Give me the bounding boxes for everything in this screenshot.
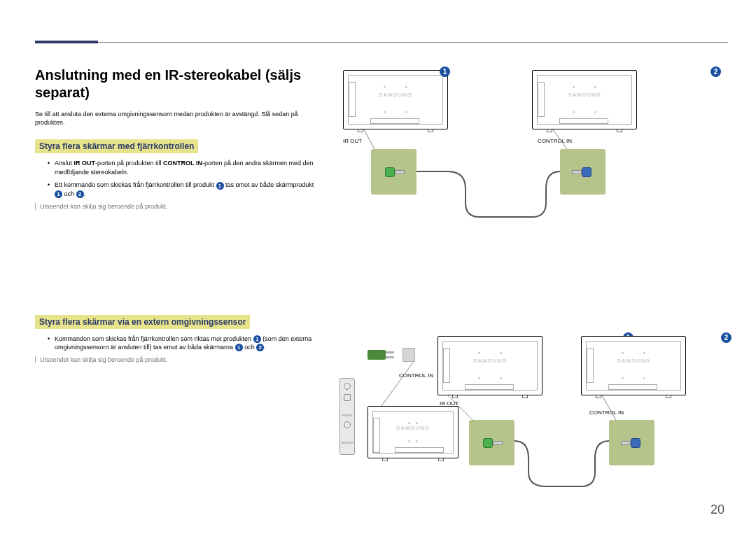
section2-title: Styra flera skärmar via en extern omgivn… bbox=[35, 315, 250, 329]
badge-2-icon: 2 bbox=[76, 190, 84, 198]
display-back-icon: SAMSUNG bbox=[581, 336, 686, 395]
badge-1-icon: 1 bbox=[253, 335, 261, 343]
page-title: Anslutning med en IR-stereokabel (säljs … bbox=[35, 66, 322, 101]
header-mark bbox=[35, 41, 98, 43]
header-rule bbox=[35, 42, 728, 43]
section2-bullet-1: Kommandon som skickas från fjärrkontroll… bbox=[48, 335, 322, 352]
display-back-icon: SAMSUNG bbox=[368, 406, 458, 458]
svg-line-2 bbox=[382, 363, 413, 406]
section2-note: Utseendet kan skilja sig beroende på pro… bbox=[35, 356, 322, 363]
label-control-in: CONTROL IN bbox=[399, 372, 433, 379]
badge-1-icon: 1 bbox=[235, 344, 243, 351]
badge-1-icon: 1 bbox=[216, 182, 224, 190]
connector-lines bbox=[336, 66, 728, 234]
intro-text: Se till att ansluta den externa omgivnin… bbox=[35, 110, 322, 127]
svg-line-0 bbox=[364, 129, 374, 149]
badge-2-icon: 2 bbox=[721, 332, 732, 343]
badge-1-icon: 1 bbox=[55, 190, 62, 198]
display-back-icon: SAMSUNG bbox=[438, 336, 542, 395]
diagram-remote: SAMSUNG 1 SAMSUNG 2 IR OUT CONTROL IN bbox=[336, 66, 728, 234]
label-ir-out: IR OUT bbox=[440, 400, 458, 407]
section1-note: Utseendet kan skilja sig beroende på pro… bbox=[35, 203, 322, 210]
section1-title: Styra flera skärmar med fjärrkontrollen bbox=[35, 139, 198, 153]
badge-2-icon: 2 bbox=[256, 344, 264, 351]
section1-bullet-1: Anslut IR OUT-porten på produkten till C… bbox=[48, 159, 322, 176]
diagram-sensor: POWER SOURCE CONTROL IN SAMSUNG SAMSUNG … bbox=[343, 329, 735, 497]
label-control-in: CONTROL IN bbox=[589, 409, 624, 416]
port-ir-out bbox=[469, 420, 514, 465]
page-number: 20 bbox=[710, 503, 724, 517]
svg-line-1 bbox=[553, 129, 567, 149]
svg-line-4 bbox=[602, 395, 616, 420]
port-control-in bbox=[609, 420, 654, 465]
section1-bullet-2: Ett kommando som skickas från fjärrkontr… bbox=[48, 181, 322, 198]
